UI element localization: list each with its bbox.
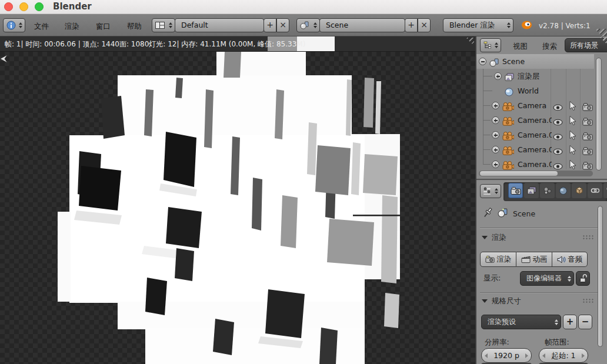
- tab-world[interactable]: [556, 183, 571, 198]
- display-mode-select[interactable]: 图像编辑器: [520, 271, 574, 286]
- pin-icon[interactable]: [482, 207, 493, 221]
- cube-icon: [575, 186, 584, 195]
- frame-range-label: 帧范围:: [545, 338, 569, 348]
- updown-arrows-icon: [507, 22, 511, 28]
- render-camera-icon: [485, 256, 495, 263]
- expand-icon[interactable]: [492, 116, 499, 124]
- expand-icon[interactable]: [494, 72, 502, 80]
- right-panel-column: 视图 搜索 所有场景 Scene: [475, 36, 607, 364]
- scene-mini-icon: [300, 21, 309, 29]
- outliner-horizontal-scrollbar[interactable]: [480, 171, 558, 176]
- updown-arrows-icon: [495, 188, 498, 194]
- tab-scene[interactable]: [540, 183, 555, 198]
- window-title: Blender: [53, 1, 92, 12]
- tab-render[interactable]: [508, 183, 523, 198]
- editor-type-selector-properties[interactable]: [480, 184, 501, 198]
- updown-arrows-icon: [19, 22, 22, 28]
- render-presets-select[interactable]: 渲染预设: [481, 315, 561, 329]
- expand-icon[interactable]: [492, 146, 499, 153]
- increment-arrow-icon[interactable]: [582, 353, 585, 358]
- menu-help[interactable]: 帮助: [127, 22, 142, 32]
- info-icon: [6, 21, 16, 30]
- panel-grip-icon[interactable]: [582, 298, 594, 303]
- render-stats-text: 帧: 1| 时间: 00:06.06 | 顶点: 1440面: 1080灯光: …: [5, 36, 305, 52]
- render-engine-select[interactable]: Blender 渲染: [443, 18, 513, 32]
- editor-type-selector-outliner[interactable]: [480, 38, 501, 52]
- panel-grip-icon[interactable]: [582, 235, 594, 240]
- animation-button[interactable]: 动画: [516, 252, 552, 267]
- add-layout-button[interactable]: +: [264, 18, 276, 32]
- clapperboard-icon: [521, 256, 531, 263]
- screen-layout-name-field[interactable]: Default: [175, 18, 264, 32]
- updown-arrows-icon: [568, 276, 571, 282]
- version-info: v2.78 | Verts:1: [539, 22, 591, 30]
- tab-constraints[interactable]: [588, 183, 602, 198]
- outliner-panel: 视图 搜索 所有场景 Scene: [476, 36, 607, 180]
- remove-preset-button[interactable]: −: [578, 315, 592, 329]
- display-mode-value: 图像编辑器: [526, 274, 562, 282]
- collapse-triangle-icon[interactable]: [482, 236, 488, 239]
- outliner-row-camera[interactable]: Camera.0: [476, 157, 594, 172]
- outliner-row-world[interactable]: World: [476, 84, 594, 98]
- image-editor-header: 帧: 1| 时间: 00:06.06 | 顶点: 1440面: 1080灯光: …: [0, 36, 475, 52]
- editor-type-selector-info[interactable]: [3, 18, 25, 32]
- outliner-row-camera[interactable]: Camera.0: [476, 142, 594, 157]
- render-result-image: [56, 52, 403, 364]
- properties-panel: Scene 渲染 渲染 动画 音频 显示: 图像编辑器: [476, 181, 607, 364]
- speaker-icon: [557, 256, 566, 263]
- divider: [480, 228, 600, 229]
- render-layers-icon: [527, 186, 536, 195]
- audio-button-label: 音频: [568, 255, 583, 265]
- expand-icon[interactable]: [492, 161, 499, 168]
- blender-logo-icon: [521, 21, 532, 29]
- render-engine-value: Blender 渲染: [449, 21, 495, 29]
- image-editor-viewport[interactable]: [0, 52, 475, 364]
- menu-file[interactable]: 文件: [34, 22, 49, 32]
- audio-button[interactable]: 音频: [552, 252, 588, 267]
- row-label: Camera.0: [518, 128, 552, 142]
- tab-modifiers[interactable]: [603, 183, 607, 198]
- menu-window[interactable]: 窗口: [96, 22, 111, 32]
- render-button[interactable]: 渲染: [480, 252, 516, 267]
- outliner-display-mode-select[interactable]: 所有场景: [565, 38, 607, 52]
- scene-selector-widget[interactable]: [296, 18, 320, 32]
- outliner-vertical-scrollbar[interactable]: [596, 58, 602, 171]
- screen-layout-selector[interactable]: [152, 18, 175, 32]
- properties-icon: [483, 187, 491, 195]
- add-scene-button[interactable]: +: [405, 18, 418, 32]
- tab-render-layers[interactable]: [524, 183, 539, 198]
- close-layout-button[interactable]: ×: [276, 18, 289, 32]
- outliner-menu-view[interactable]: 视图: [513, 42, 528, 52]
- expand-icon[interactable]: [492, 131, 499, 139]
- properties-vertical-scrollbar[interactable]: [598, 206, 603, 347]
- outliner-row-camera[interactable]: Camera.0: [476, 128, 594, 142]
- collapse-triangle-icon[interactable]: [482, 299, 488, 303]
- scene-name-field[interactable]: Scene: [319, 18, 405, 32]
- expand-icon[interactable]: [492, 102, 499, 109]
- lock-interface-button[interactable]: [576, 271, 590, 286]
- menu-render[interactable]: 渲染: [65, 22, 79, 32]
- outliner-row-camera[interactable]: Camera: [476, 98, 594, 113]
- outliner-row-scene[interactable]: Scene: [476, 54, 594, 69]
- frame-start-field[interactable]: 起始: 1: [539, 348, 588, 363]
- outliner-menu-search[interactable]: 搜索: [542, 42, 557, 52]
- decrement-arrow-icon[interactable]: [542, 353, 545, 358]
- increment-arrow-icon[interactable]: [525, 353, 528, 358]
- mouse-cursor-icon: [0, 54, 8, 64]
- row-label: 渲染层: [518, 69, 540, 84]
- tab-object[interactable]: [572, 183, 586, 198]
- screen-layout-icon: [155, 22, 165, 29]
- decrement-arrow-icon[interactable]: [485, 353, 488, 358]
- collapse-icon[interactable]: [479, 58, 486, 65]
- outliner-row-renderlayers[interactable]: 渲染层: [476, 69, 594, 84]
- zoom-traffic-light-icon[interactable]: [35, 2, 44, 11]
- outliner-row-camera[interactable]: Camera.0: [476, 113, 594, 128]
- resolution-x-field[interactable]: 1920 p: [481, 348, 532, 363]
- titlebar: Blender: [0, 0, 607, 14]
- render-presets-value: 渲染预设: [488, 318, 516, 326]
- close-traffic-light-icon[interactable]: [4, 2, 13, 11]
- minimize-traffic-light-icon[interactable]: [19, 2, 28, 11]
- close-scene-button[interactable]: ×: [418, 18, 431, 32]
- add-preset-button[interactable]: +: [563, 315, 577, 329]
- chain-link-icon: [591, 186, 600, 195]
